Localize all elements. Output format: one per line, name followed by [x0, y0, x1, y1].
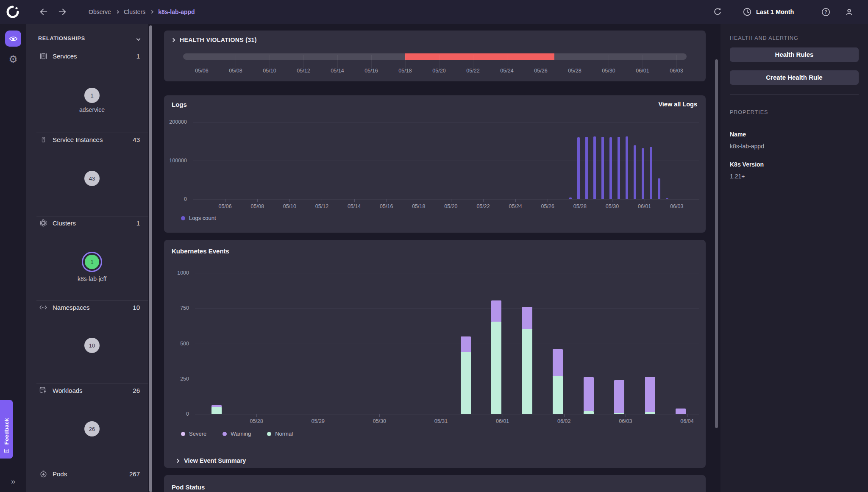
events-bar-warning[interactable]	[553, 349, 563, 376]
axis-tick-label: 05/08	[251, 203, 264, 209]
logs-bar[interactable]	[658, 178, 660, 199]
sidebar-item-clusters[interactable]: Clusters 1	[38, 217, 140, 228]
breadcrumb-observe[interactable]: Observe	[89, 8, 111, 15]
axis-tick	[303, 55, 304, 68]
item-label: Clusters	[53, 220, 76, 227]
sidebar-item-namespaces[interactable]: Namespaces 10	[38, 302, 140, 313]
help-icon[interactable]: ?	[821, 7, 831, 19]
back-arrow-icon[interactable]	[39, 7, 48, 18]
violations-timeline: 05/0605/0805/1005/1205/1405/1605/1805/20…	[183, 53, 687, 79]
legend-dot	[267, 432, 271, 436]
legend-label: Normal	[275, 431, 293, 437]
logs-bar[interactable]	[666, 198, 668, 199]
workloads-node-wrap: 26	[62, 421, 122, 436]
logs-bar[interactable]	[642, 148, 644, 199]
logs-bar[interactable]	[569, 197, 572, 199]
events-bar-warning[interactable]	[645, 377, 655, 412]
legend-item-normal[interactable]: Normal	[267, 431, 293, 437]
events-bar-normal[interactable]	[522, 329, 532, 414]
health-rules-button[interactable]: Health Rules	[730, 47, 859, 62]
events-bar-warning[interactable]	[461, 336, 471, 352]
legend-item-warning[interactable]: Warning	[223, 431, 251, 437]
axis-tick-label: 05/16	[380, 203, 393, 209]
forward-arrow-icon[interactable]	[58, 7, 67, 18]
gridline	[195, 379, 699, 379]
logs-bar[interactable]	[609, 137, 612, 199]
axis-tick-label: 05/24	[509, 203, 522, 209]
axis-tick-label: 06/02	[557, 418, 570, 424]
events-bar-warning[interactable]	[491, 300, 501, 322]
sidebar-item-workloads[interactable]: Workloads 26	[38, 385, 140, 396]
events-bar-warning[interactable]	[522, 307, 532, 329]
events-bar-warning[interactable]	[614, 380, 624, 413]
events-bar-normal[interactable]	[553, 376, 563, 414]
settings-gear-icon[interactable]: ⚙	[0, 52, 26, 67]
logs-bar[interactable]	[585, 137, 588, 199]
events-bar-normal[interactable]	[461, 352, 471, 414]
feedback-button[interactable]: Feedback	[0, 400, 13, 459]
logs-bar[interactable]	[634, 145, 636, 199]
events-bar-normal[interactable]	[584, 411, 594, 414]
relationships-header[interactable]: RELATIONSHIPS	[38, 33, 140, 44]
logs-bar[interactable]	[593, 136, 596, 199]
violation-window-segment[interactable]	[405, 53, 554, 60]
breadcrumb-current-cluster[interactable]: k8s-lab-appd	[158, 8, 195, 15]
observe-eye-button[interactable]	[5, 31, 21, 47]
view-all-logs-link[interactable]: View all Logs	[658, 101, 697, 108]
events-bar-warning[interactable]	[211, 405, 222, 407]
view-event-summary-expander[interactable]: View Event Summary	[176, 455, 246, 466]
events-bar-normal[interactable]	[491, 322, 501, 414]
time-range-selector[interactable]: Last 1 Month	[756, 8, 794, 15]
legend-item-logs-count[interactable]: Logs count	[181, 215, 216, 221]
logs-bar[interactable]	[601, 137, 604, 199]
logs-bar[interactable]	[577, 137, 580, 199]
relationships-title: RELATIONSHIPS	[38, 36, 85, 42]
graph-node-selected-cluster[interactable]: 1	[82, 252, 102, 272]
clock-icon[interactable]	[743, 7, 752, 18]
sidebar-item-services[interactable]: Services 1	[38, 50, 140, 61]
axis-tick	[257, 199, 258, 202]
relationships-panel: RELATIONSHIPS Services 1 1 adservice Ser…	[26, 24, 148, 492]
breadcrumb-clusters[interactable]: Clusters	[124, 8, 145, 15]
sidebar-item-service-instances[interactable]: Service Instances 43	[38, 134, 140, 145]
events-bar-warning[interactable]	[584, 377, 594, 411]
events-bar-normal[interactable]	[211, 407, 222, 414]
axis-tick	[371, 55, 372, 68]
create-health-rule-button[interactable]: Create Health Rule	[730, 70, 859, 85]
sidebar-item-pods[interactable]: Pods 267	[38, 468, 140, 479]
logs-bar[interactable]	[618, 137, 620, 199]
left-panel-scrollbar[interactable]	[149, 25, 152, 492]
legend-item-severe[interactable]: Severe	[181, 431, 206, 437]
logs-bar[interactable]	[650, 147, 652, 199]
axis-tick-label: 05/26	[541, 203, 554, 209]
axis-tick-label: 05/10	[283, 203, 296, 209]
view-event-summary-label: View Event Summary	[184, 457, 246, 464]
expand-rail-icon[interactable]: »	[0, 477, 26, 486]
refresh-icon[interactable]	[713, 7, 722, 18]
axis-tick-label: 05/20	[444, 203, 457, 209]
graph-node-namespaces[interactable]: 10	[84, 338, 100, 353]
item-count: 1	[136, 220, 140, 227]
axis-tick-label: 250	[180, 376, 189, 382]
axis-tick-label: 05/06	[218, 203, 231, 209]
chevron-right-icon	[175, 459, 180, 463]
graph-node-service-instances[interactable]: 43	[84, 171, 100, 186]
item-label: Services	[53, 53, 77, 60]
app-logo-icon[interactable]	[6, 6, 19, 20]
axis-tick	[441, 414, 441, 417]
user-icon[interactable]	[844, 7, 854, 19]
graph-node-adservice[interactable]: 1	[84, 88, 100, 103]
axis-tick-label: 06/01	[638, 203, 651, 209]
events-bar-warning[interactable]	[676, 409, 686, 414]
events-bar-normal[interactable]	[614, 413, 624, 414]
health-violations-expander[interactable]: HEALTH VIOLATIONS (31)	[172, 36, 257, 43]
clusters-icon	[38, 219, 48, 227]
logs-bar[interactable]	[626, 136, 628, 199]
health-violations-panel: HEALTH VIOLATIONS (31) 05/0605/0805/1005…	[164, 31, 706, 81]
item-label: Workloads	[53, 387, 83, 394]
graph-node-workloads[interactable]: 26	[84, 421, 100, 436]
pod-status-panel: Pod Status	[164, 475, 706, 492]
events-bar-normal[interactable]	[645, 412, 655, 414]
main-content-scrollbar[interactable]	[715, 59, 718, 428]
axis-tick	[322, 199, 322, 202]
